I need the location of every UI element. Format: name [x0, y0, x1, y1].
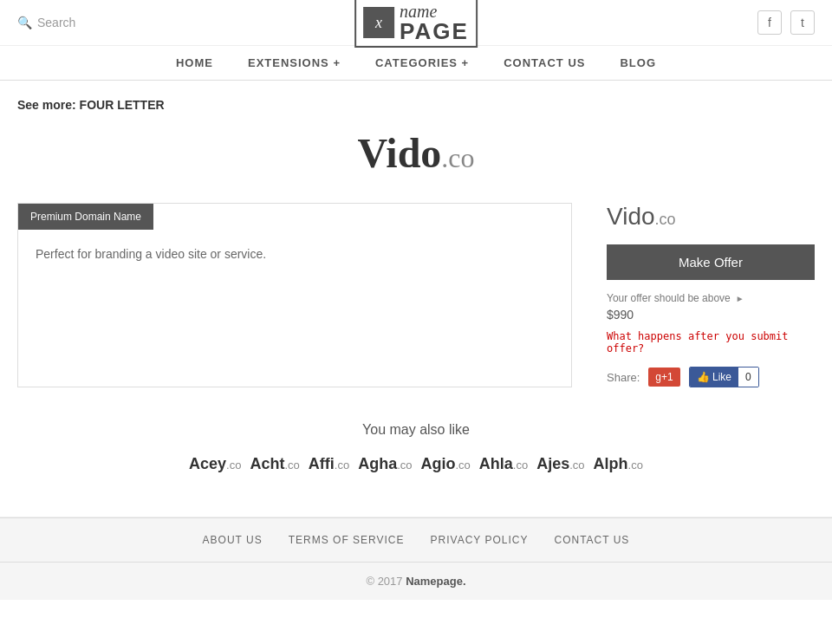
logo-page: PAGE	[400, 20, 469, 42]
nav-contact[interactable]: CONTACT US	[504, 56, 585, 69]
suggestion-acey[interactable]: Acey.co	[189, 455, 241, 473]
footer-copy-text: © 2017	[366, 575, 402, 588]
offer-hint: Your offer should be above ►	[607, 292, 815, 304]
footer-privacy[interactable]: PRIVACY POLICY	[431, 534, 529, 546]
logo-icon: x	[363, 7, 394, 38]
footer-about[interactable]: ABOUT US	[203, 534, 263, 546]
domain-display-name: Vido.co	[607, 203, 815, 231]
domain-name-large: Vido	[357, 130, 441, 176]
suggestion-alph[interactable]: Alph.co	[594, 455, 643, 473]
facebook-like-button[interactable]: 👍 Like	[690, 368, 738, 387]
social-links: f t	[757, 10, 815, 35]
breadcrumb-link[interactable]: FOUR LETTER	[80, 98, 165, 112]
breadcrumb-prefix: See more:	[17, 98, 76, 112]
domain-display-text: Vido	[607, 203, 655, 230]
offer-hint-text: Your offer should be above	[607, 292, 731, 304]
offer-info-link[interactable]: What happens after you submit offer?	[607, 330, 815, 355]
offer-price: $990	[607, 308, 815, 322]
domain-info-panel: Premium Domain Name Perfect for branding…	[17, 203, 572, 387]
offer-arrow-icon: ►	[736, 294, 744, 303]
domain-title-display: Vido.co	[17, 129, 815, 177]
main-content: See more: FOUR LETTER Vido.co Premium Do…	[0, 81, 832, 517]
main-nav: HOME EXTENSIONS + CATEGORIES + CONTACT U…	[0, 46, 832, 81]
footer-terms[interactable]: TERMS OF SERVICE	[289, 534, 405, 546]
suggestion-agio[interactable]: Agio.co	[420, 455, 470, 473]
domain-description: Perfect for branding a video site or ser…	[18, 230, 571, 278]
suggestion-affi[interactable]: Affi.co	[309, 455, 349, 473]
suggestion-ahla[interactable]: Ahla.co	[479, 455, 528, 473]
nav-categories[interactable]: CATEGORIES +	[375, 56, 469, 69]
logo-name: name	[400, 3, 469, 20]
make-offer-button[interactable]: Make Offer	[607, 244, 815, 280]
footer-brand-link[interactable]: Namepage.	[406, 575, 465, 588]
panel-tab-label: Premium Domain Name	[18, 204, 153, 230]
search-trigger[interactable]: 🔍 Search	[17, 16, 75, 29]
suggestion-agha[interactable]: Agha.co	[358, 455, 412, 473]
also-like-heading: You may also like	[17, 422, 815, 438]
footer-copyright: © 2017 Namepage.	[0, 563, 832, 600]
facebook-like: 👍 Like 0	[689, 367, 759, 387]
domain-display-ext: .co	[655, 211, 676, 228]
nav-home[interactable]: HOME	[176, 56, 213, 69]
facebook-like-count: 0	[738, 368, 758, 387]
domain-main-layout: Premium Domain Name Perfect for branding…	[17, 203, 815, 387]
domain-action-panel: Vido.co Make Offer Your offer should be …	[607, 203, 815, 387]
suggestions-list: Acey.co Acht.co Affi.co Agha.co Agio.co …	[17, 455, 815, 473]
search-label: Search	[37, 16, 75, 29]
suggestion-acht[interactable]: Acht.co	[250, 455, 299, 473]
site-footer: ABOUT US TERMS OF SERVICE PRIVACY POLICY…	[0, 517, 832, 600]
site-logo[interactable]: x name PAGE	[354, 0, 478, 48]
share-label: Share:	[607, 371, 640, 384]
facebook-icon[interactable]: f	[757, 10, 782, 35]
twitter-icon[interactable]: t	[790, 10, 815, 35]
nav-blog[interactable]: BLOG	[620, 56, 656, 69]
footer-contact[interactable]: CONTACT US	[554, 534, 629, 546]
search-icon: 🔍	[17, 16, 32, 29]
suggestion-ajes[interactable]: Ajes.co	[536, 455, 584, 473]
nav-extensions[interactable]: EXTENSIONS +	[248, 56, 341, 69]
site-header: 🔍 Search x name PAGE f t	[0, 0, 832, 46]
share-row: Share: g+1 👍 Like 0	[607, 367, 815, 387]
domain-ext-large: .co	[441, 142, 474, 173]
breadcrumb: See more: FOUR LETTER	[17, 98, 815, 112]
google-plus-button[interactable]: g+1	[648, 368, 679, 387]
footer-links: ABOUT US TERMS OF SERVICE PRIVACY POLICY…	[0, 518, 832, 563]
